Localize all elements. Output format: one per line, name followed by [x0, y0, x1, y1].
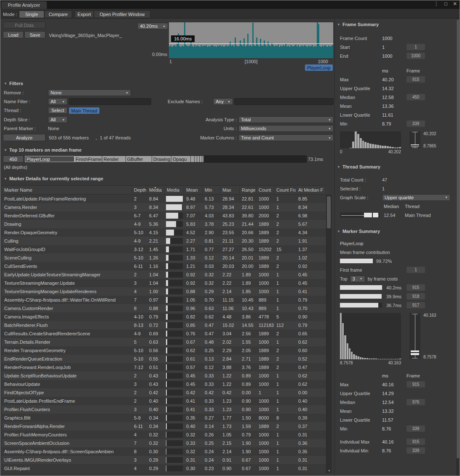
column-header[interactable]: Min — [203, 186, 220, 194]
open-profiler-window-button[interactable]: Open Profiler Window — [94, 11, 150, 18]
frame-chart[interactable]: 16.00ms — [169, 22, 333, 58]
table-row[interactable]: BatchRenderer.Flush8-130.720.850.4715.02… — [2, 321, 326, 329]
table-row[interactable]: Assembly-CSharp-firstpass.dll!::WaterTil… — [2, 296, 326, 304]
column-header[interactable]: Media▲ — [147, 186, 165, 194]
table-row[interactable]: Profiler.FlushMemoryCounters40.320.320.2… — [2, 431, 326, 439]
exclude-names-input[interactable] — [234, 98, 334, 105]
name-filter-input[interactable] — [69, 98, 151, 105]
column-header[interactable]: At Median F — [296, 186, 326, 194]
top-marker-segment[interactable] — [195, 156, 198, 162]
table-row[interactable]: TextureStreamingManager.Update31.040.920… — [2, 279, 326, 287]
frame-summary-header[interactable]: ▼ Frame Summary — [337, 22, 457, 27]
frame-link-button[interactable]: 917 — [407, 302, 425, 308]
column-header[interactable]: Max — [220, 186, 240, 194]
column-header[interactable]: Mean — [184, 186, 203, 194]
frame-link-button[interactable]: 915 — [407, 381, 425, 388]
table-row[interactable]: Culling4-92.212.270.8121.1120.30188921.9… — [2, 237, 326, 245]
marker-columns-dropdown[interactable]: Time and Count ▼ — [238, 134, 334, 141]
table-row[interactable]: Render.TransparentGeometry5-100.560.620.… — [2, 346, 326, 355]
exclude-names-dropdown[interactable]: Any ▼ — [213, 98, 233, 105]
table-row[interactable]: EndRenderQueueExtraction5-100.550.610.13… — [2, 355, 326, 363]
frame-link-button[interactable]: 915 — [407, 76, 425, 83]
table-row[interactable]: Camera.ImageEffects4-100.790.820.624.483… — [2, 313, 326, 321]
table-row[interactable]: Profiler.FlushCounters30.400.410.331.230… — [2, 405, 326, 414]
units-dropdown[interactable]: Milliseconds ▼ — [238, 125, 334, 132]
top-marker-segment[interactable]: GBuffer — [126, 156, 152, 162]
column-header[interactable]: Depth — [132, 186, 147, 194]
filters-header[interactable]: ▼ Filters — [4, 81, 23, 86]
top-marker-segment[interactable]: PlayerLoop — [25, 156, 75, 162]
table-row[interactable]: Terrain.Details.Render50.630.670.482.021… — [2, 338, 326, 346]
tab-compare[interactable]: Compare — [44, 11, 72, 18]
frame-link-button[interactable]: 1 — [407, 44, 425, 50]
top-marker-segment[interactable]: Render — [102, 156, 126, 162]
table-row[interactable]: Drawing4-95.365.833.7825.2321.44188925.6… — [2, 220, 326, 228]
top-marker-segment[interactable]: FinishFrameR — [75, 156, 102, 162]
top-marker-segment[interactable]: Drawing — [152, 156, 171, 162]
top-n-dropdown[interactable]: 3 ▼ — [350, 275, 365, 282]
load-button[interactable]: Load — [3, 31, 24, 38]
thread-select-button[interactable]: Select — [48, 107, 67, 114]
window-tab[interactable]: Profile Analyzer — [1, 1, 47, 9]
table-row[interactable]: BehaviourUpdate30.430.450.331.220.891000… — [2, 380, 326, 388]
table-row[interactable]: EarlyUpdate.UpdateTextureStreamingManage… — [2, 270, 326, 279]
analyze-button[interactable]: Analyze — [3, 134, 45, 141]
table-row[interactable]: GUI.Repaint40.290.300.230.900.67100010.3… — [2, 464, 326, 473]
frame-link-button[interactable]: 339 — [407, 447, 425, 454]
marker-summary-header[interactable]: ▼ Marker Summary — [337, 229, 457, 234]
export-button[interactable]: Export — [75, 11, 94, 18]
table-row[interactable]: TextureStreamingManager.UpdateRenderers4… — [2, 287, 326, 296]
frame-link-button[interactable]: 976 — [407, 399, 425, 405]
maximize-icon[interactable]: □ — [444, 1, 447, 7]
table-row[interactable]: Assembly-CSharp-firstpass.dll!::ScreenSp… — [2, 447, 326, 456]
top-marker-segment[interactable] — [191, 156, 195, 162]
close-icon[interactable]: ✕ — [453, 1, 457, 7]
analysis-type-dropdown[interactable]: Total ▼ — [238, 116, 334, 123]
pull-data-button[interactable]: Pull Data — [3, 21, 45, 29]
selected-marker-chip[interactable]: PlayerLoop — [305, 64, 333, 71]
tab-single[interactable]: Single — [19, 11, 44, 18]
median-frame-button[interactable]: 450 — [3, 155, 24, 163]
table-row[interactable]: FindObjectsOfType20.420.420.420.420.0011… — [2, 388, 326, 397]
frame-link-button[interactable]: 339 — [407, 120, 425, 127]
column-header[interactable]: Count Fra — [274, 186, 296, 194]
column-header[interactable]: Marker Name — [2, 186, 132, 194]
table-row[interactable]: UIEvents.IMGUIRenderOverlays30.290.310.2… — [2, 456, 326, 464]
column-header[interactable]: Media — [165, 186, 184, 194]
table-row[interactable]: ScreenSpaceAmbientOcclusion70.320.330.25… — [2, 439, 326, 447]
column-header[interactable]: Count — [257, 186, 274, 194]
table-row[interactable]: Update.ScriptRunBehaviourUpdate20.430.45… — [2, 372, 326, 380]
remove-dropdown[interactable]: None ▼ — [48, 89, 131, 96]
frame-link-button[interactable]: 915 — [407, 284, 425, 291]
marker-details-header[interactable]: ▼ Marker Details for currently selected … — [4, 176, 103, 181]
table-row[interactable]: SceneCulling5-101.261.330.1220.1420.0118… — [2, 254, 326, 262]
frame-link-button[interactable]: 450 — [407, 94, 425, 100]
top-markers-header[interactable]: ▼ Top 10 markers on median frame — [4, 147, 82, 152]
frame-link-button[interactable]: 1000 — [407, 53, 425, 59]
table-row[interactable]: RenderForward.RenderLoopJob7-120.510.570… — [2, 363, 326, 372]
chart-scale-dropdown[interactable]: 40.20ms ▼ — [137, 23, 168, 29]
frame-link-button[interactable]: 918 — [407, 293, 425, 300]
frame-link-button[interactable]: 915 — [407, 439, 425, 445]
table-row[interactable]: Render.OpaqueGeometry5-104.154.522.9023.… — [2, 228, 326, 237]
top-marker-segment[interactable]: Opaqu — [171, 156, 191, 162]
scroll-down-icon[interactable]: ▼ — [328, 469, 331, 472]
table-row[interactable]: Camera.CustomRender80.880.960.6311.0610.… — [2, 304, 326, 313]
table-row[interactable]: CullResults.CreateSharedRendererScene4-9… — [2, 329, 326, 338]
depth-slice-dropdown[interactable]: All ▼ — [48, 116, 67, 123]
table-row[interactable]: PostLateUpdate.FinishFrameRendering28.84… — [2, 195, 326, 203]
table-row[interactable]: RenderDeferred.GBuffer6-76.477.074.0343.… — [2, 211, 326, 220]
save-button[interactable]: Save — [24, 31, 45, 38]
frame-link-button[interactable]: 339 — [407, 425, 425, 432]
table-row[interactable]: CullSendEvents6-111.161.210.0320.0320.00… — [2, 262, 326, 270]
table-row[interactable]: WaitForJobGroupID3-121.451.710.7727.2726… — [2, 245, 326, 254]
right-panel-scrollbar[interactable] — [456, 19, 460, 476]
table-scrollbar[interactable]: ▼ — [326, 195, 332, 473]
thread-summary-header[interactable]: ▼ Thread Summary — [337, 164, 457, 169]
first-frame-button[interactable]: 1 — [407, 267, 425, 273]
table-row[interactable]: RenderForwardAlpha.Render6-110.340.400.1… — [2, 422, 326, 431]
scrollbar-thumb[interactable] — [327, 196, 331, 228]
menu-icon[interactable]: ⋮ — [434, 1, 439, 7]
column-header[interactable]: Range — [240, 186, 257, 194]
table-row[interactable]: Camera.Render38.348.975.7328.3422.611000… — [2, 203, 326, 211]
